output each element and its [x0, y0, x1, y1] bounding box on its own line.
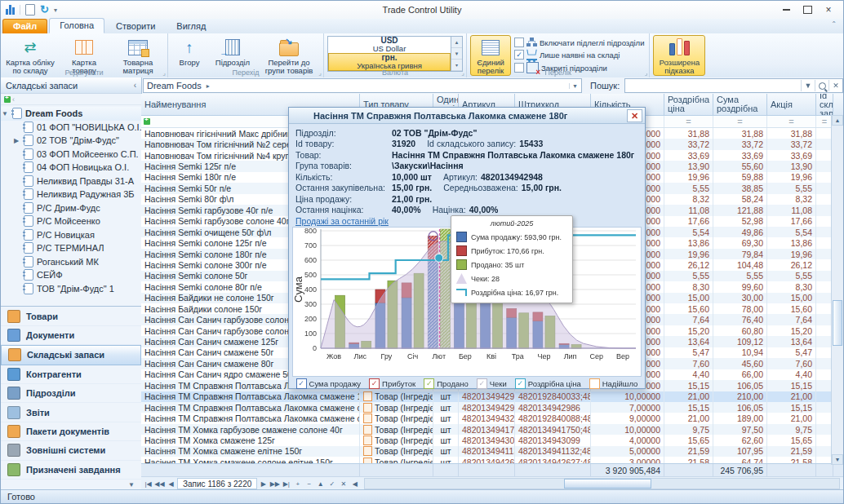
extended-hint-button[interactable]: Розширена підказка [653, 35, 705, 76]
sales-last-year-link[interactable]: Продажі за останній рік [295, 216, 389, 226]
scrollbar-thumb[interactable] [564, 479, 651, 489]
tree-item[interactable]: ТОВ "Дрім-Фудс" 1 [1, 282, 141, 296]
scrollbar-thumb[interactable] [833, 300, 842, 346]
close-button[interactable]: × [824, 5, 833, 15]
nav-collapse-icon[interactable]: ◀ [349, 479, 360, 489]
table-row[interactable]: Насіння ТМ Хомка смажене елітне 150гТова… [141, 446, 843, 457]
tree-item[interactable]: Неликвид Правды 31-А [1, 175, 141, 188]
tree-root-item[interactable]: ▼Dream Foods [1, 107, 141, 121]
legend-item-Продано[interactable]: ✓Продано [424, 378, 469, 389]
minimize-button[interactable] [781, 5, 791, 15]
column-header-retail[interactable]: Роздрібна ціна [664, 94, 713, 115]
qat-dropdown-icon[interactable]: ▾ [54, 7, 57, 14]
filter-cell-promo[interactable]: = [767, 116, 816, 127]
tab-home[interactable]: Головна [49, 18, 104, 33]
table-row[interactable]: Насіння ТМ Хомка смажене 125гТовар (Інгр… [141, 435, 843, 445]
dialog-launcher-icon[interactable]: ⌟ [318, 69, 322, 77]
cell-retail: 7,64 [664, 314, 713, 325]
ribbon-collapse-icon[interactable]: ⌃ [831, 20, 837, 28]
nav-cancel-icon[interactable]: ✕ [338, 479, 349, 489]
nav-append-icon[interactable]: + [292, 479, 303, 489]
tree-item[interactable]: СЕЙФ [1, 268, 141, 282]
expand-icon[interactable]: ▶ [12, 137, 20, 144]
currency-option-usd[interactable]: USD US Dollar [328, 37, 451, 53]
table-row[interactable]: Насіння ТМ Справжня Полтавська Лакомка с… [141, 413, 843, 423]
horizontal-scrollbar[interactable] [364, 478, 840, 489]
nav-delete-icon[interactable]: − [304, 479, 314, 489]
scroll-down-icon[interactable]: ▼ [832, 454, 843, 465]
sidebar-item-6[interactable]: Звіти [1, 403, 141, 422]
nav-prev-icon[interactable]: ◀ [166, 479, 176, 489]
column-header-sum[interactable]: Сума роздрібна [713, 94, 767, 115]
expand-icon[interactable]: ▼ [1, 110, 9, 117]
dialog-launcher-icon[interactable]: ⌟ [162, 69, 166, 77]
nav-next-icon[interactable]: ▶ [258, 479, 269, 489]
collapse-panel-icon[interactable]: ‹ [134, 81, 136, 90]
search-clear-icon[interactable]: ✕ [828, 80, 842, 91]
nav-edit-icon[interactable]: ▲ [315, 479, 326, 489]
popup-close-button[interactable]: ✕ [627, 109, 642, 122]
division-button[interactable]: Підрозділ [209, 35, 256, 68]
legend-item-Роздрібна ціна[interactable]: ✓Роздрібна ціна [515, 378, 581, 389]
filter-cell-retail[interactable]: = [664, 116, 713, 127]
maximize-button[interactable] [802, 5, 812, 15]
column-header-promo[interactable]: Акція [767, 94, 816, 115]
currency-spinner[interactable]: ▲▼▾ [451, 36, 463, 72]
dialog-launcher-icon[interactable]: ⌟ [461, 69, 464, 77]
sidebar-item-2[interactable]: Документи [1, 326, 141, 345]
filter-cell-sum[interactable]: = [713, 116, 767, 127]
tree-item[interactable]: Р/С ТЕРМИНАЛ [1, 241, 141, 255]
nav-next-page-icon[interactable]: ▶▶ [269, 479, 280, 489]
sidebar-item-5[interactable]: Підрозділи [1, 384, 141, 403]
nav-post-icon[interactable]: ✓ [326, 479, 337, 489]
tree-item[interactable]: Р/С Новицкая [1, 228, 141, 242]
tree-item[interactable]: 03 ФОП Мойсеенко С.П. [1, 148, 141, 161]
only-in-stock-checkbox[interactable]: ✓ Лише наявні на складі [514, 49, 644, 60]
tree-item[interactable]: Р/С Мойсеенко [1, 214, 141, 228]
scroll-up-icon[interactable]: ▲ [832, 115, 843, 126]
tree-item[interactable]: Р/С Дрим-Фудс [1, 201, 141, 215]
cell-sum: 106,05 [713, 402, 767, 413]
legend-item-Надійшло[interactable]: Надійшло [589, 378, 638, 389]
search-input[interactable] [625, 81, 801, 91]
tab-create[interactable]: Створити [106, 20, 165, 33]
search-icon[interactable] [815, 80, 828, 91]
tree-item[interactable]: Роганський МК [1, 255, 141, 269]
tab-view[interactable]: Вигляд [167, 20, 215, 33]
nav-prev-page-icon[interactable]: ◀◀ [154, 479, 165, 489]
nav-last-icon[interactable]: ▶| [281, 479, 291, 489]
tree-filter-row[interactable]: ‹ [1, 94, 141, 105]
table-row[interactable]: Насіння ТМ Справжня Полтавська Лакомка с… [141, 402, 843, 413]
column-header-id[interactable]: Id складського запису [816, 94, 833, 115]
tree-item[interactable]: 01 ФОП "НОВИЦЬКА О.І." [1, 121, 141, 135]
nav-first-icon[interactable]: |◀ [143, 479, 153, 489]
search-dropdown-icon[interactable]: ▼ [801, 80, 815, 91]
sidebar-item-8[interactable]: Зовнішні системи [1, 441, 141, 460]
dialog-launcher-icon[interactable]: ⌟ [645, 69, 648, 77]
svg-text:Сер: Сер [589, 352, 603, 360]
vertical-scrollbar[interactable]: ▲ ▼ [831, 115, 843, 465]
include-subdivisions-checkbox[interactable]: Включати підлеглі підрозділи [514, 38, 644, 47]
tree-item[interactable]: Неликвид Радужная 3Б [1, 188, 141, 201]
cell-name: Насіння ТМ Справжня Полтавська Лакомка с… [141, 391, 360, 402]
checkbox-icon [514, 38, 524, 47]
table-row[interactable]: Насіння ТМ Хомка смажене солоне елітне 1… [141, 457, 843, 463]
sidebar-item-7[interactable]: Пакети документів [1, 422, 141, 441]
sidebar-item-3[interactable]: Складські запаси [1, 345, 141, 365]
series-marker-icon [456, 232, 467, 242]
sidebar-item-4[interactable]: Контрагенти [1, 365, 141, 384]
sidebar-item-9[interactable]: Призначені завдання [1, 461, 141, 480]
refresh-icon[interactable]: ↻ [40, 5, 49, 15]
table-row[interactable]: Насіння ТМ Справжня Полтавська Лакомка с… [141, 391, 843, 402]
table-row[interactable]: Насіння ТМ Хомка гарбузове смажене солон… [141, 424, 843, 435]
new-document-icon[interactable] [25, 4, 35, 15]
legend-item-Сума продажу[interactable]: ✓Сума продажу [296, 378, 362, 389]
tree-item[interactable]: 04 ФОП Новицька О.І. [1, 161, 141, 175]
sidebar-item-1[interactable]: Товари [1, 307, 141, 325]
go-up-button[interactable]: ↑ Вгору [171, 35, 207, 68]
tab-file[interactable]: Файл [2, 19, 47, 33]
division-combo[interactable]: Dream Foods ▸ ▼ [143, 78, 582, 93]
tree-item[interactable]: ▶02 ТОВ "Дрім-Фудс" [1, 134, 141, 148]
legend-item-Чеки[interactable]: ✓Чеки [477, 378, 507, 389]
legend-item-Прибуток[interactable]: ✓Прибуток [369, 378, 415, 389]
